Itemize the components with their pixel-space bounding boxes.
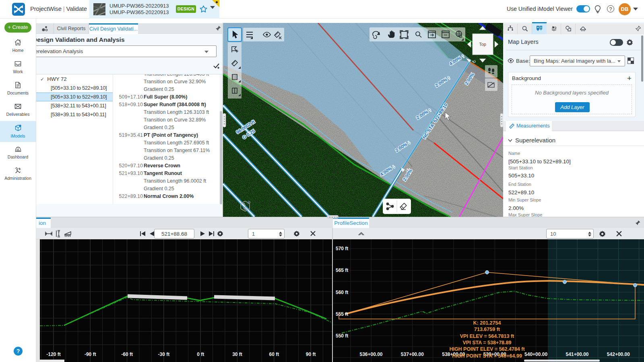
svg-text:VPI STA = 538+78.89: VPI STA = 538+78.89 (463, 340, 512, 346)
svg-text:536+00.00: 536+00.00 (359, 352, 382, 357)
svg-text:560 ft: 560 ft (336, 290, 348, 295)
svg-text:90 ft: 90 ft (306, 352, 316, 357)
svg-text:30 ft: 30 ft (232, 352, 242, 357)
svg-text:-60 ft: -60 ft (121, 352, 133, 357)
svg-text:565 ft: 565 ft (336, 267, 348, 273)
svg-text:0 ft: 0 ft (197, 352, 204, 357)
svg-text:VPI ELEV = 564.7813 ft: VPI ELEV = 564.7813 ft (460, 333, 514, 339)
svg-text:713.6759 ft: 713.6759 ft (474, 327, 500, 332)
svg-text:Top: Top (479, 42, 486, 47)
svg-text:HIGH POINT ELEV = 562.4784 ft: HIGH POINT ELEV = 562.4784 ft (449, 346, 525, 352)
svg-text:570 ft: 570 ft (336, 246, 348, 251)
svg-text:550 ft: 550 ft (336, 333, 348, 339)
svg-text:K: 201.2754: K: 201.2754 (473, 320, 501, 326)
svg-text:-120 ft: -120 ft (46, 352, 60, 357)
svg-text:js: js (248, 200, 251, 204)
svg-text:541+00.00: 541+00.00 (566, 352, 588, 357)
svg-text:540+00.00: 540+00.00 (524, 352, 547, 357)
svg-text:542+00.00: 542+00.00 (607, 352, 630, 357)
svg-text:537+00.00: 537+00.00 (401, 352, 424, 357)
svg-text:-90 ft: -90 ft (85, 352, 96, 357)
svg-text:555 ft: 555 ft (336, 311, 348, 317)
svg-text:-30 ft: -30 ft (158, 352, 170, 357)
svg-text:HIGH POINT STA = 540+64.99: HIGH POINT STA = 540+64.99 (452, 353, 522, 359)
svg-text:60 ft: 60 ft (269, 352, 279, 357)
